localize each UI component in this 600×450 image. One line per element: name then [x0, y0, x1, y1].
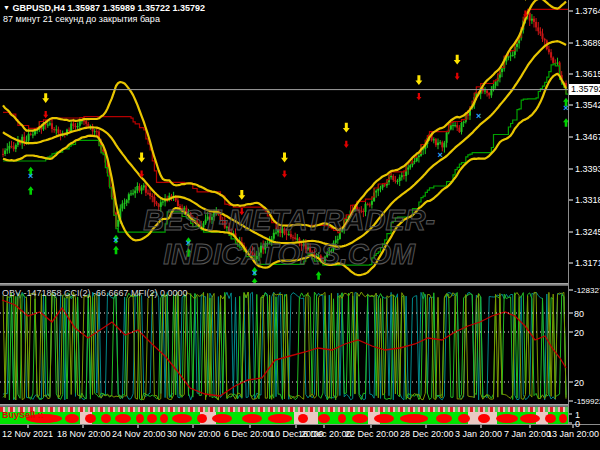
buysell-sell-dot [115, 414, 131, 423]
price-axis-label: 1.34670 [575, 132, 600, 142]
buysell-sell-dot [318, 414, 330, 423]
indicator-axis-label: 20 [574, 378, 584, 388]
buysell-sell-dot [478, 414, 490, 423]
time-axis-label: 18 Nov 20:00 [57, 429, 111, 439]
buysell-sell-dot [212, 414, 232, 423]
sell-signal-arrow [138, 153, 145, 163]
time-axis-label: 6 Dec 20:00 [224, 429, 273, 439]
indicator-axis-label: 80 [574, 309, 584, 319]
band-middle-line [3, 41, 566, 247]
buysell-label: BuySell :: [2, 410, 44, 420]
sell-signal-arrow [343, 123, 350, 133]
x-signal-mark: × [113, 235, 118, 245]
sell-signal-arrow [238, 190, 245, 200]
sell-entry-arrow [282, 170, 287, 177]
buy-signal-arrow [186, 248, 192, 256]
buysell-sell-dot [338, 414, 346, 423]
buysell-sell-dot [85, 414, 96, 423]
bar-countdown-timer: 87 минут 21 секунд до закрытия бара [3, 14, 160, 24]
sell-signal-arrow [415, 75, 422, 85]
time-axis-label: 7 Jan 20:00 [504, 429, 551, 439]
time-axis-label: 3 Jan 20:00 [455, 429, 502, 439]
buysell-sell-dot [242, 414, 262, 423]
buysell-sell-dot [268, 414, 292, 423]
band-upper-line [3, 0, 566, 230]
buysell-sell-dot [298, 414, 308, 423]
window-separator-1[interactable] [0, 283, 568, 286]
price-axis-label: 1.36155 [575, 69, 600, 79]
x-signal-mark: × [28, 171, 33, 181]
x-signal-mark: × [438, 150, 443, 160]
symbol-dropdown-icon[interactable]: ▼ [3, 4, 10, 11]
sell-signal-arrow [281, 153, 288, 163]
indicator-axis-label: -1599224 [574, 397, 600, 407]
time-axis-border [0, 424, 600, 425]
main-chart-area[interactable]: ××××××× [0, 0, 569, 287]
buysell-sell-dot [545, 414, 556, 423]
buysell-sell-dot [374, 414, 394, 423]
buysell-sell-dot [559, 414, 567, 423]
price-axis-label: 1.36890 [575, 38, 600, 48]
price-axis-border [568, 0, 569, 424]
x-signal-mark: × [476, 111, 481, 121]
sell-entry-arrow [344, 141, 349, 148]
buysell-sell-dot [136, 414, 144, 423]
buysell-sell-dot [197, 414, 207, 423]
current-price-label: 1.35792 [569, 84, 600, 95]
buy-signal-arrow [316, 271, 322, 280]
time-axis-label: 24 Nov 20:00 [112, 429, 166, 439]
buysell-sell-dot [520, 414, 540, 423]
price-axis-label: 1.31715 [575, 258, 600, 268]
symbol-name: GBPUSD,H4 [12, 3, 65, 13]
buysell-scale-label: 0 [575, 419, 580, 429]
x-signal-mark: × [186, 238, 191, 248]
time-axis-label: 12 Nov 2021 [2, 429, 53, 439]
buysell-sell-dot [352, 414, 368, 423]
buysell-sell-dot [160, 414, 168, 423]
time-axis-label: 22 Dec 20:00 [345, 429, 399, 439]
price-axis-label: 1.33935 [575, 164, 600, 174]
price-axis-label: 1.35420 [575, 100, 600, 110]
x-signal-mark: × [252, 268, 257, 278]
indicator-axis-label: 20 [574, 328, 584, 338]
indicator-axis-label: -1283276 [574, 286, 600, 296]
chart-canvas[interactable]: ××××××× [0, 0, 600, 450]
buysell-sell-dot [458, 414, 470, 423]
buysell-sell-dot [101, 414, 111, 423]
sell-signal-arrow [42, 93, 49, 103]
buy-signal-arrow [113, 246, 119, 255]
buysell-sell-dot [65, 414, 79, 423]
price-axis-label: 1.33185 [575, 195, 600, 205]
time-axis-label: 16 Dec 20:00 [298, 429, 352, 439]
oscillator-panel-area[interactable] [0, 292, 568, 400]
symbol-header[interactable]: ▼ GBPUSD,H4 1.35987 1.35989 1.35722 1.35… [3, 3, 205, 13]
buysell-sell-dot [147, 414, 157, 423]
sell-entry-arrow [455, 73, 460, 80]
sell-entry-arrow [43, 111, 48, 118]
price-axis-label: 1.32450 [575, 227, 600, 237]
buysell-sell-dot [172, 414, 192, 423]
sell-entry-arrow [416, 93, 421, 100]
buy-signal-arrow [28, 186, 34, 195]
sell-signal-arrow [454, 55, 461, 65]
mt4-chart-window: ××××××× ▼ GBPUSD,H4 1.35987 1.35989 1.35… [0, 0, 600, 450]
lower-step-channel-line [3, 64, 568, 265]
time-axis-label: 13 Jan 20:00 [547, 429, 599, 439]
sell-signal-arrow [522, 0, 529, 1]
time-axis-label: 28 Dec 20:00 [400, 429, 454, 439]
indicator-values-label: OBV -1471858 CCI(2) -66.6667 MFI(2) 0.00… [2, 288, 188, 298]
buysell-sell-dot [496, 414, 518, 423]
time-axis-label: 30 Nov 20:00 [167, 429, 221, 439]
buysell-indicator-strip [0, 407, 568, 424]
sell-entry-arrow [239, 208, 244, 215]
buysell-sell-dot [400, 414, 428, 423]
buysell-sell-dot [436, 414, 452, 423]
ohlc-values: 1.35987 1.35989 1.35722 1.35792 [67, 3, 205, 13]
price-axis-label: 1.37640 [575, 6, 600, 16]
